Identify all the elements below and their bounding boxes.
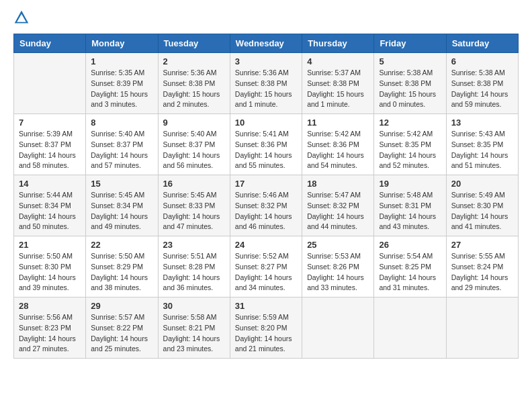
calendar-cell: 31Sunrise: 5:59 AMSunset: 8:20 PMDayligh… — [230, 298, 302, 359]
weekday-header: Monday — [86, 34, 158, 53]
calendar-week-row: 28Sunrise: 5:56 AMSunset: 8:23 PMDayligh… — [14, 298, 519, 359]
day-info: Sunrise: 5:45 AMSunset: 8:34 PMDaylight:… — [91, 190, 152, 232]
calendar-week-row: 1Sunrise: 5:35 AMSunset: 8:39 PMDaylight… — [14, 53, 519, 114]
calendar-cell: 14Sunrise: 5:44 AMSunset: 8:34 PMDayligh… — [14, 175, 86, 236]
day-info: Sunrise: 5:40 AMSunset: 8:37 PMDaylight:… — [163, 129, 225, 171]
day-number: 1 — [91, 56, 152, 66]
day-number: 30 — [163, 301, 225, 311]
calendar-cell: 7Sunrise: 5:39 AMSunset: 8:37 PMDaylight… — [14, 114, 86, 175]
page-header — [13, 11, 519, 27]
day-number: 6 — [451, 56, 513, 66]
calendar-cell: 11Sunrise: 5:42 AMSunset: 8:36 PMDayligh… — [302, 114, 374, 175]
day-info: Sunrise: 5:35 AMSunset: 8:39 PMDaylight:… — [91, 68, 152, 110]
day-number: 7 — [19, 118, 81, 128]
day-info: Sunrise: 5:55 AMSunset: 8:24 PMDaylight:… — [451, 251, 513, 293]
calendar-cell: 2Sunrise: 5:36 AMSunset: 8:38 PMDaylight… — [158, 53, 230, 114]
calendar-week-row: 14Sunrise: 5:44 AMSunset: 8:34 PMDayligh… — [14, 175, 519, 236]
day-number: 13 — [451, 118, 513, 128]
day-info: Sunrise: 5:42 AMSunset: 8:36 PMDaylight:… — [307, 129, 369, 171]
calendar-cell: 24Sunrise: 5:52 AMSunset: 8:27 PMDayligh… — [230, 236, 302, 298]
day-info: Sunrise: 5:48 AMSunset: 8:31 PMDaylight:… — [379, 190, 441, 232]
day-info: Sunrise: 5:50 AMSunset: 8:29 PMDaylight:… — [91, 251, 152, 293]
day-info: Sunrise: 5:41 AMSunset: 8:36 PMDaylight:… — [235, 129, 297, 171]
calendar-cell: 23Sunrise: 5:51 AMSunset: 8:28 PMDayligh… — [158, 236, 230, 298]
day-number: 20 — [451, 179, 513, 189]
day-number: 17 — [235, 179, 297, 189]
day-number: 24 — [235, 240, 297, 250]
calendar-cell: 28Sunrise: 5:56 AMSunset: 8:23 PMDayligh… — [14, 298, 86, 359]
day-info: Sunrise: 5:36 AMSunset: 8:38 PMDaylight:… — [163, 68, 225, 110]
day-info: Sunrise: 5:45 AMSunset: 8:33 PMDaylight:… — [163, 190, 225, 232]
calendar-cell — [446, 298, 518, 359]
day-number: 23 — [163, 240, 225, 250]
day-number: 9 — [163, 118, 225, 128]
day-number: 2 — [163, 56, 225, 66]
day-info: Sunrise: 5:59 AMSunset: 8:20 PMDaylight:… — [235, 312, 297, 355]
calendar-cell: 5Sunrise: 5:38 AMSunset: 8:38 PMDaylight… — [374, 53, 446, 114]
day-info: Sunrise: 5:49 AMSunset: 8:30 PMDaylight:… — [451, 190, 513, 232]
day-number: 21 — [19, 240, 81, 250]
day-info: Sunrise: 5:46 AMSunset: 8:32 PMDaylight:… — [235, 190, 297, 232]
day-number: 14 — [19, 179, 81, 189]
weekday-header: Thursday — [302, 34, 374, 53]
day-info: Sunrise: 5:36 AMSunset: 8:38 PMDaylight:… — [235, 68, 297, 110]
day-info: Sunrise: 5:54 AMSunset: 8:25 PMDaylight:… — [379, 251, 441, 293]
day-info: Sunrise: 5:44 AMSunset: 8:34 PMDaylight:… — [19, 190, 81, 232]
calendar-cell: 13Sunrise: 5:43 AMSunset: 8:35 PMDayligh… — [446, 114, 518, 175]
day-info: Sunrise: 5:51 AMSunset: 8:28 PMDaylight:… — [163, 251, 225, 293]
day-info: Sunrise: 5:53 AMSunset: 8:26 PMDaylight:… — [307, 251, 369, 293]
day-number: 5 — [379, 56, 441, 66]
weekday-header: Sunday — [14, 34, 86, 53]
day-number: 12 — [379, 118, 441, 128]
calendar-cell: 27Sunrise: 5:55 AMSunset: 8:24 PMDayligh… — [446, 236, 518, 298]
day-number: 4 — [307, 56, 369, 66]
day-info: Sunrise: 5:50 AMSunset: 8:30 PMDaylight:… — [19, 251, 81, 293]
day-number: 22 — [91, 240, 152, 250]
day-number: 11 — [307, 118, 369, 128]
calendar-cell: 9Sunrise: 5:40 AMSunset: 8:37 PMDaylight… — [158, 114, 230, 175]
weekday-header: Wednesday — [230, 34, 302, 53]
day-number: 15 — [91, 179, 152, 189]
day-number: 29 — [91, 301, 152, 311]
calendar-cell: 22Sunrise: 5:50 AMSunset: 8:29 PMDayligh… — [86, 236, 158, 298]
calendar-cell: 1Sunrise: 5:35 AMSunset: 8:39 PMDaylight… — [86, 53, 158, 114]
calendar-cell: 6Sunrise: 5:38 AMSunset: 8:38 PMDaylight… — [446, 53, 518, 114]
day-info: Sunrise: 5:47 AMSunset: 8:32 PMDaylight:… — [307, 190, 369, 232]
day-info: Sunrise: 5:52 AMSunset: 8:27 PMDaylight:… — [235, 251, 297, 293]
day-info: Sunrise: 5:39 AMSunset: 8:37 PMDaylight:… — [19, 129, 81, 171]
calendar-cell: 20Sunrise: 5:49 AMSunset: 8:30 PMDayligh… — [446, 175, 518, 236]
day-number: 31 — [235, 301, 297, 311]
day-number: 18 — [307, 179, 369, 189]
day-info: Sunrise: 5:37 AMSunset: 8:38 PMDaylight:… — [307, 68, 369, 110]
calendar-cell: 16Sunrise: 5:45 AMSunset: 8:33 PMDayligh… — [158, 175, 230, 236]
day-info: Sunrise: 5:38 AMSunset: 8:38 PMDaylight:… — [451, 68, 513, 110]
calendar-cell: 17Sunrise: 5:46 AMSunset: 8:32 PMDayligh… — [230, 175, 302, 236]
calendar-table: SundayMondayTuesdayWednesdayThursdayFrid… — [13, 34, 519, 359]
calendar-cell: 8Sunrise: 5:40 AMSunset: 8:37 PMDaylight… — [86, 114, 158, 175]
day-number: 27 — [451, 240, 513, 250]
calendar-week-row: 21Sunrise: 5:50 AMSunset: 8:30 PMDayligh… — [14, 236, 519, 298]
day-info: Sunrise: 5:42 AMSunset: 8:35 PMDaylight:… — [379, 129, 441, 171]
weekday-header: Friday — [374, 34, 446, 53]
calendar-cell: 21Sunrise: 5:50 AMSunset: 8:30 PMDayligh… — [14, 236, 86, 298]
calendar-cell: 25Sunrise: 5:53 AMSunset: 8:26 PMDayligh… — [302, 236, 374, 298]
calendar-cell — [374, 298, 446, 359]
day-info: Sunrise: 5:58 AMSunset: 8:21 PMDaylight:… — [163, 312, 225, 355]
day-number: 28 — [19, 301, 81, 311]
calendar-cell: 4Sunrise: 5:37 AMSunset: 8:38 PMDaylight… — [302, 53, 374, 114]
day-number: 8 — [91, 118, 152, 128]
day-info: Sunrise: 5:57 AMSunset: 8:22 PMDaylight:… — [91, 312, 152, 355]
day-info: Sunrise: 5:56 AMSunset: 8:23 PMDaylight:… — [19, 312, 81, 355]
logo-icon — [13, 9, 30, 26]
calendar-cell: 12Sunrise: 5:42 AMSunset: 8:35 PMDayligh… — [374, 114, 446, 175]
calendar-cell: 3Sunrise: 5:36 AMSunset: 8:38 PMDaylight… — [230, 53, 302, 114]
day-info: Sunrise: 5:38 AMSunset: 8:38 PMDaylight:… — [379, 68, 441, 110]
day-info: Sunrise: 5:40 AMSunset: 8:37 PMDaylight:… — [91, 129, 152, 171]
day-number: 16 — [163, 179, 225, 189]
calendar-header-row: SundayMondayTuesdayWednesdayThursdayFrid… — [14, 34, 519, 53]
day-number: 25 — [307, 240, 369, 250]
calendar-cell — [302, 298, 374, 359]
calendar-cell: 15Sunrise: 5:45 AMSunset: 8:34 PMDayligh… — [86, 175, 158, 236]
calendar-cell: 10Sunrise: 5:41 AMSunset: 8:36 PMDayligh… — [230, 114, 302, 175]
weekday-header: Saturday — [446, 34, 518, 53]
